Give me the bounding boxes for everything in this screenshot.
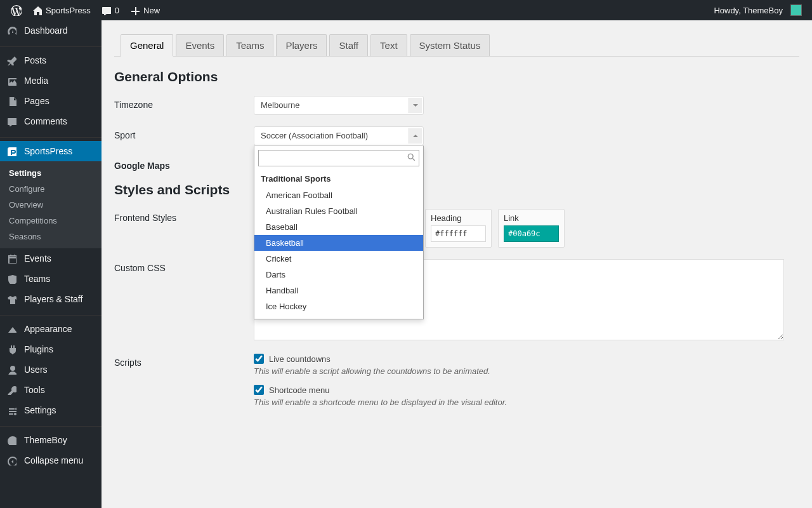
- sidebar-item-label: Appearance: [24, 324, 72, 334]
- tshirt-icon: [6, 294, 19, 304]
- chevron-down-icon: [413, 104, 418, 109]
- calendar-icon: [6, 253, 19, 264]
- sidebar-item-teams[interactable]: Teams: [0, 269, 102, 289]
- sidebar-item-sportspress[interactable]: SportsPress: [0, 141, 102, 161]
- plugin-icon: [6, 344, 19, 354]
- tab-text[interactable]: Text: [370, 34, 407, 56]
- tab-system-status[interactable]: System Status: [410, 34, 490, 56]
- sidebar-item-themeboy[interactable]: ThemeBoy: [0, 430, 102, 450]
- swatch-value: #ffffff: [431, 225, 486, 242]
- sidebar-item-tools[interactable]: Tools: [0, 380, 102, 400]
- color-swatch-link[interactable]: Link #00a69c: [498, 209, 565, 248]
- tab-general[interactable]: General: [121, 34, 173, 57]
- sidebar-item-appearance[interactable]: Appearance: [0, 319, 102, 339]
- sidebar-item-events[interactable]: Events: [0, 248, 102, 269]
- sidebar-subitem-settings[interactable]: Settings: [0, 165, 102, 181]
- sidebar-subitem-configure[interactable]: Configure: [0, 181, 102, 197]
- shield-icon: [6, 274, 19, 284]
- sport-option-american-football[interactable]: American Football: [254, 187, 423, 203]
- timezone-select[interactable]: Melbourne: [254, 96, 424, 115]
- row-sport: Sport Soccer (Association Football): [114, 126, 799, 145]
- script-label: Shortcode menu: [269, 385, 329, 395]
- sidebar-subitem-competitions[interactable]: Competitions: [0, 213, 102, 229]
- script-checkbox-1[interactable]: [254, 385, 264, 395]
- sport-option-basketball[interactable]: Basketball: [254, 235, 423, 251]
- content-area: GeneralEventsTeamsPlayersStaffTextSystem…: [102, 0, 812, 508]
- sport-option-cricket[interactable]: Cricket: [254, 251, 423, 267]
- sidebar-item-label: SportsPress: [24, 146, 72, 156]
- color-swatch-heading[interactable]: Heading #ffffff: [425, 209, 492, 248]
- sport-option-ice-hockey[interactable]: Ice Hockey: [254, 298, 423, 314]
- media-icon: [6, 76, 19, 86]
- site-title: SportsPress: [46, 6, 91, 15]
- swatch-label: Link: [504, 213, 559, 223]
- sport-dropdown: Traditional SportsAmerican FootballAustr…: [254, 145, 424, 319]
- tool-icon: [6, 385, 19, 395]
- script-option-0[interactable]: Live countdowns: [254, 354, 799, 364]
- timezone-label: Timezone: [114, 96, 254, 110]
- settings-tabs: GeneralEventsTeamsPlayersStaffTextSystem…: [114, 34, 799, 57]
- sport-option-darts[interactable]: Darts: [254, 267, 423, 283]
- sidebar-item-players-staff[interactable]: Players & Staff: [0, 289, 102, 309]
- sport-option-australian-rules-football[interactable]: Australian Rules Football: [254, 203, 423, 219]
- sidebar-item-posts[interactable]: Posts: [0, 50, 102, 70]
- row-custom-css: Custom CSS: [114, 259, 799, 342]
- sidebar-item-pages[interactable]: Pages: [0, 91, 102, 111]
- sidebar-subitem-seasons[interactable]: Seasons: [0, 229, 102, 244]
- user-icon: [6, 364, 19, 375]
- tab-staff[interactable]: Staff: [329, 34, 368, 56]
- sidebar-item-plugins[interactable]: Plugins: [0, 339, 102, 359]
- appearance-icon: [6, 324, 19, 334]
- sidebar-subitem-overview[interactable]: Overview: [0, 197, 102, 213]
- tab-players[interactable]: Players: [276, 34, 327, 56]
- swatch-label: Heading: [431, 213, 486, 223]
- site-link[interactable]: SportsPress: [27, 0, 96, 20]
- dashboard-icon: [6, 25, 19, 36]
- sidebar-item-label: Plugins: [24, 344, 53, 354]
- sport-search-input[interactable]: [258, 150, 419, 166]
- sidebar-item-label: Teams: [24, 274, 50, 284]
- sidebar-item-collapse-menu[interactable]: Collapse menu: [0, 450, 102, 471]
- frontend-styles-label: Frontend Styles: [114, 209, 254, 223]
- avatar: [790, 4, 802, 16]
- comments-count: 0: [115, 6, 119, 15]
- sidebar-item-label: Tools: [24, 385, 45, 395]
- sport-option-handball[interactable]: Handball: [254, 283, 423, 298]
- page-icon: [6, 96, 19, 106]
- sidebar-item-comments[interactable]: Comments: [0, 111, 102, 131]
- settings-icon: [6, 405, 19, 415]
- tab-teams[interactable]: Teams: [226, 34, 273, 56]
- scripts-label: Scripts: [114, 354, 254, 368]
- sidebar-item-label: Settings: [24, 405, 56, 415]
- sport-option-netball[interactable]: Netball: [254, 314, 423, 319]
- my-account[interactable]: Howdy, ThemeBoy: [709, 0, 807, 20]
- sidebar-item-users[interactable]: Users: [0, 359, 102, 380]
- collapse-icon: [6, 455, 19, 465]
- admin-sidebar: DashboardPostsMediaPagesCommentsSportsPr…: [0, 20, 102, 508]
- sidebar-item-media[interactable]: Media: [0, 70, 102, 91]
- wp-logo[interactable]: [5, 0, 27, 20]
- comments-link[interactable]: 0: [96, 0, 124, 20]
- row-timezone: Timezone Melbourne: [114, 96, 799, 115]
- script-option-1[interactable]: Shortcode menu: [254, 385, 799, 395]
- tab-events[interactable]: Events: [176, 34, 224, 56]
- sport-select[interactable]: Soccer (Association Football) Traditiona…: [254, 126, 424, 145]
- svg-point-5: [408, 154, 413, 159]
- sidebar-item-label: ThemeBoy: [24, 435, 67, 445]
- sidebar-item-label: Comments: [24, 116, 67, 126]
- home-icon: [32, 5, 42, 15]
- script-checkbox-0[interactable]: [254, 354, 264, 364]
- new-content-link[interactable]: New: [124, 0, 165, 20]
- sport-option-baseball[interactable]: Baseball: [254, 219, 423, 235]
- themeboy-icon: [6, 435, 19, 445]
- script-description: This will enable a shortcode menu to be …: [254, 398, 799, 407]
- sidebar-submenu: SettingsConfigureOverviewCompetitionsSea…: [0, 161, 102, 248]
- chevron-up-icon: [413, 132, 418, 137]
- sport-label: Sport: [114, 126, 254, 140]
- custom-css-label: Custom CSS: [114, 259, 254, 273]
- row-google-maps: Google Maps: [114, 157, 799, 171]
- sidebar-item-label: Pages: [24, 96, 49, 106]
- sidebar-item-dashboard[interactable]: Dashboard: [0, 20, 102, 41]
- script-description: This will enable a script allowing the c…: [254, 366, 799, 376]
- sidebar-item-settings[interactable]: Settings: [0, 400, 102, 420]
